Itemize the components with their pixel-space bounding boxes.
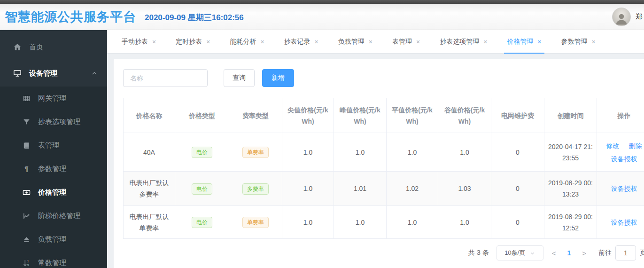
table-row: 40A 电价 单费率 1.0 1.0 1.0 1.0 0 2020-04-17 … bbox=[124, 133, 644, 172]
sidebar-item-label: 常数管理 bbox=[38, 259, 66, 268]
tab-label: 手动抄表 bbox=[122, 38, 148, 46]
tab-close-icon[interactable]: × bbox=[369, 39, 372, 45]
tab-close-icon[interactable]: × bbox=[315, 39, 318, 45]
tab-meter-management[interactable]: 表管理 × bbox=[382, 30, 430, 53]
tab-label: 定时抄表 bbox=[176, 38, 202, 46]
page-number[interactable]: 1 bbox=[564, 249, 574, 257]
goto-label: 前往 bbox=[598, 249, 612, 257]
svg-text:9: 9 bbox=[27, 263, 29, 266]
sidebar-item-meter-management[interactable]: 表管理 bbox=[0, 134, 107, 157]
cell-sharp: 1.0 bbox=[282, 133, 334, 172]
table-row: 电表出厂默认单费率 电价 单费率 1.0 1.0 1.0 1.0 0 2019-… bbox=[124, 206, 644, 239]
sidebar-item-price-management[interactable]: 价格管理 bbox=[0, 181, 107, 204]
sidebar-item-label: 网关管理 bbox=[38, 94, 66, 103]
sidebar-item-label: 表管理 bbox=[38, 141, 59, 150]
next-page-button[interactable]: > bbox=[579, 249, 589, 257]
tab-close-icon[interactable]: × bbox=[483, 39, 487, 45]
content-area: 查询 新增 价格名称 价格类 bbox=[107, 54, 644, 268]
cell-peak: 1.0 bbox=[334, 206, 387, 239]
sidebar-item-gateway-management[interactable]: 网关管理 bbox=[0, 87, 107, 110]
avatar[interactable] bbox=[612, 8, 631, 26]
sidebar-item-label: 首页 bbox=[29, 43, 43, 52]
tab-load-management[interactable]: 负载管理 × bbox=[328, 30, 382, 53]
col-price-name: 价格名称 bbox=[124, 98, 175, 133]
book-icon bbox=[23, 142, 31, 150]
tab-scheduled-reading[interactable]: 定时抄表 × bbox=[166, 30, 220, 53]
tab-close-icon[interactable]: × bbox=[260, 39, 264, 45]
user-area[interactable]: 郑 bbox=[612, 8, 644, 26]
col-actions: 操作 bbox=[597, 98, 644, 133]
table-header-row: 价格名称 价格类型 费率类型 尖值价格(元/kWh) 峰值价格(元/kWh) 平… bbox=[124, 98, 644, 133]
page-unit-label: 页 bbox=[640, 249, 644, 257]
sidebar-item-label: 参数管理 bbox=[38, 165, 66, 173]
goto-page-input[interactable] bbox=[615, 245, 636, 260]
search-input[interactable] bbox=[123, 69, 208, 87]
user-name: 郑 bbox=[636, 12, 644, 21]
col-sharp-price: 尖值价格(元/kWh) bbox=[282, 98, 334, 133]
sidebar-item-parameter-management[interactable]: ¶ 参数管理 bbox=[0, 157, 107, 181]
tab-close-icon[interactable]: × bbox=[206, 39, 210, 45]
home-icon bbox=[13, 43, 22, 51]
add-button[interactable]: 新增 bbox=[262, 69, 294, 87]
tab-close-icon[interactable]: × bbox=[152, 39, 156, 45]
cell-created: 2019-08-29 00:13:23 bbox=[544, 172, 597, 206]
sidebar-item-home[interactable]: 首页 bbox=[0, 34, 107, 60]
person-icon bbox=[614, 12, 628, 26]
rate-type-badge: 单费率 bbox=[242, 217, 269, 228]
tabbar: 手动抄表 × 定时抄表 × 能耗分析 × 抄表记录 × 负载管理 × 表管理 × bbox=[107, 30, 644, 54]
price-type-badge: 电价 bbox=[192, 147, 212, 158]
tab-label: 抄表选项管理 bbox=[440, 38, 479, 46]
col-valley-price: 谷值价格(元/kWh) bbox=[438, 98, 491, 133]
tab-label: 价格管理 bbox=[507, 38, 533, 46]
tab-close-icon[interactable]: × bbox=[416, 39, 420, 45]
sidebar-item-label: 负载管理 bbox=[38, 235, 66, 244]
col-created: 创建时间 bbox=[544, 98, 597, 133]
tab-energy-analysis[interactable]: 能耗分析 × bbox=[220, 30, 274, 53]
price-type-badge: 电价 bbox=[192, 183, 212, 195]
col-grid-fee: 电网维护费 bbox=[491, 98, 544, 133]
delete-link[interactable]: 删除 bbox=[629, 140, 642, 151]
col-flat-price: 平值价格(元/kWh) bbox=[387, 98, 438, 133]
cell-valley: 1.0 bbox=[438, 133, 491, 172]
col-peak-price: 峰值价格(元/kWh) bbox=[334, 98, 387, 133]
tab-close-icon[interactable]: × bbox=[592, 39, 596, 45]
sidebar-item-load-management[interactable]: 负载管理 bbox=[0, 228, 107, 251]
chevron-down-icon bbox=[530, 251, 535, 256]
row-actions: 修改 删除 设备授权 bbox=[601, 140, 644, 165]
sidebar-item-constant-management[interactable]: 19 常数管理 bbox=[0, 251, 107, 268]
sidebar-item-tiered-price-management[interactable]: 阶梯价格管理 bbox=[0, 204, 107, 228]
sidebar-item-device-management[interactable]: 设备管理 bbox=[0, 60, 107, 87]
grid-icon bbox=[23, 95, 31, 102]
cell-flat: 1.0 bbox=[387, 206, 438, 239]
device-authorize-link[interactable]: 设备授权 bbox=[611, 217, 637, 228]
tab-label: 表管理 bbox=[392, 38, 412, 46]
tab-close-icon[interactable]: × bbox=[537, 39, 541, 45]
sidebar-item-reading-options-management[interactable]: 抄表选项管理 bbox=[0, 110, 107, 134]
tab-label: 参数管理 bbox=[561, 38, 588, 46]
cell-valley: 1.0 bbox=[438, 206, 491, 239]
numeric-sort-icon: 19 bbox=[23, 259, 31, 267]
tab-manual-reading[interactable]: 手动抄表 × bbox=[112, 30, 166, 53]
edit-link[interactable]: 修改 bbox=[606, 140, 620, 151]
tab-reading-options-management[interactable]: 抄表选项管理 × bbox=[430, 30, 497, 53]
col-rate-type: 费率类型 bbox=[229, 98, 282, 133]
device-authorize-link[interactable]: 设备授权 bbox=[611, 183, 637, 194]
price-table: 价格名称 价格类型 费率类型 尖值价格(元/kWh) 峰值价格(元/kWh) 平… bbox=[123, 98, 644, 239]
cell-valley: 1.03 bbox=[438, 172, 491, 206]
app-header: 智慧能源公共服务平台 2020-09-09 星期三16:02:56 郑 bbox=[0, 4, 644, 30]
sidebar: 首页 设备管理 网关管理 抄表选项管理 表管理 ¶ 参数管理 bbox=[0, 30, 107, 268]
tab-parameter-management[interactable]: 参数管理 × bbox=[551, 30, 605, 53]
filter-icon bbox=[23, 118, 31, 126]
device-authorize-link[interactable]: 设备授权 bbox=[611, 153, 637, 165]
prev-page-button[interactable]: < bbox=[549, 249, 559, 257]
rate-type-badge: 单费率 bbox=[242, 147, 269, 158]
tab-reading-records[interactable]: 抄表记录 × bbox=[274, 30, 328, 53]
price-management-panel: 查询 新增 价格名称 价格类 bbox=[114, 59, 644, 268]
query-button[interactable]: 查询 bbox=[224, 69, 255, 87]
cell-price-name: 电表出厂默认多费率 bbox=[124, 172, 175, 206]
cell-grid-fee: 0 bbox=[491, 172, 544, 206]
tab-price-management[interactable]: 价格管理 × bbox=[497, 30, 551, 53]
toolbar: 查询 新增 bbox=[114, 69, 644, 87]
cell-created: 2019-08-29 00:12:52 bbox=[544, 206, 597, 239]
page-size-select[interactable]: 10条/页 bbox=[497, 245, 543, 260]
